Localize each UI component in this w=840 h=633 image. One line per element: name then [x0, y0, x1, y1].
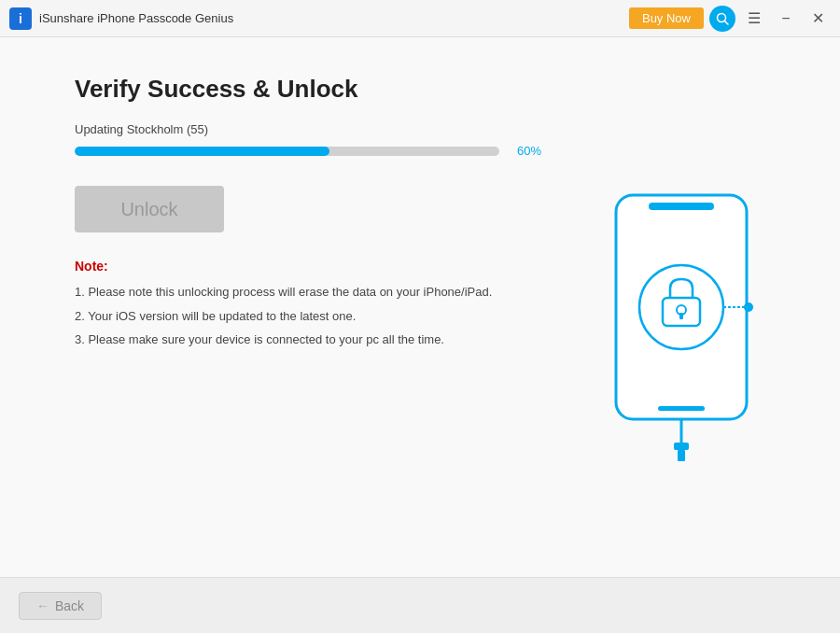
title-bar: i iSunshare iPhone Passcode Genius Buy N… — [0, 0, 840, 37]
note-title: Note: — [75, 259, 541, 274]
app-logo: i — [9, 7, 32, 30]
svg-rect-12 — [674, 443, 689, 450]
svg-rect-6 — [658, 406, 705, 411]
svg-text:i: i — [19, 11, 22, 26]
phone-illustration — [607, 186, 756, 466]
note-item-1: 1. Please note this unlocking process wi… — [75, 283, 541, 302]
status-label: Updating Stockholm (55) — [75, 122, 541, 136]
svg-rect-5 — [649, 203, 714, 210]
close-button[interactable]: ✕ — [805, 6, 831, 32]
progress-bar-fill — [75, 147, 329, 156]
svg-line-3 — [725, 21, 729, 24]
left-panel: Verify Success & Unlock Updating Stockho… — [75, 75, 541, 558]
search-button[interactable] — [709, 6, 735, 32]
unlock-button[interactable]: Unlock — [75, 186, 224, 232]
content-area: Verify Success & Unlock Updating Stockho… — [0, 37, 840, 577]
right-panel — [579, 75, 784, 558]
progress-percent: 60% — [509, 144, 541, 158]
title-bar-actions: Buy Now ☰ − ✕ — [629, 6, 831, 32]
note-item-2: 2. Your iOS version will be updated to t… — [75, 307, 541, 326]
app-title: iSunshare iPhone Passcode Genius — [39, 11, 629, 25]
svg-rect-10 — [679, 313, 683, 319]
svg-rect-13 — [678, 450, 685, 461]
minimize-button[interactable]: − — [773, 6, 799, 32]
back-button-label: Back — [55, 598, 84, 613]
menu-button[interactable]: ☰ — [741, 6, 767, 32]
search-icon — [716, 12, 729, 25]
main-content: Verify Success & Unlock Updating Stockho… — [0, 37, 840, 633]
svg-point-7 — [639, 265, 723, 349]
buy-now-button[interactable]: Buy Now — [629, 7, 704, 29]
back-button[interactable]: ← Back — [19, 592, 102, 620]
back-arrow-icon: ← — [36, 598, 49, 613]
progress-bar-background — [75, 147, 499, 156]
note-item-3: 3. Please make sure your device is conne… — [75, 331, 541, 349]
progress-container: 60% — [75, 144, 541, 158]
page-title: Verify Success & Unlock — [75, 75, 541, 104]
bottom-bar: ← Back — [0, 577, 840, 633]
note-section: Note: 1. Please note this unlocking proc… — [75, 259, 541, 349]
